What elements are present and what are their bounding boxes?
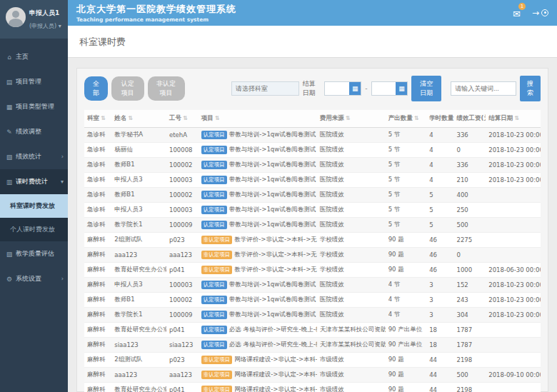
sidebar-item-performance-stats[interactable]: ▧ 绩效统计 › [0, 144, 68, 169]
chart-icon: ▧ [6, 154, 13, 161]
cell-project: 认定项目带教与培训->1qw试卷阅卷测试 [199, 188, 317, 203]
cell-name: 申报人员3 [111, 173, 166, 188]
date-from-input[interactable]: ▦ [324, 81, 361, 96]
filter-uncertified-button[interactable]: 非认定项目 [148, 76, 185, 101]
cell-project: 非认定项目网络课程建设->非认定->本科->学员 [199, 368, 317, 383]
cell-settle-date [486, 218, 541, 233]
table-row: 急诊科教学秘书AetehA认定项目带教与培训->1qw试卷阅卷测试医院绩效5 节… [84, 128, 541, 143]
calendar-icon[interactable]: ▦ [396, 82, 407, 95]
cell-salary: 1787 [454, 338, 486, 353]
cell-project: 认定项目带教与培训->1qw试卷阅卷测试 [199, 308, 317, 323]
project-status-badge: 非认定项目 [201, 236, 233, 244]
cell-output-qty: 90 题 [386, 263, 427, 278]
sidebar-item-project-type[interactable]: ▦ 项目类型管理 [0, 94, 68, 119]
cell-output-qty: 5 节 [386, 188, 427, 203]
cell-employee-id: 100003 [166, 278, 199, 293]
messages-button[interactable]: ✉ 1 [513, 6, 521, 20]
cell-fee-source: 医院绩效 [317, 308, 386, 323]
app-subtitle: Teaching performance management system [76, 16, 236, 23]
cell-name: aaa123 [111, 248, 166, 263]
logout-button[interactable]: → [532, 8, 548, 18]
clear-date-button[interactable]: 清空日期 [411, 76, 441, 101]
cell-name: siaa123 [111, 338, 166, 353]
cell-employee-id: 100003 [166, 203, 199, 218]
cell-fee-source: 天津市某某科技公司资助项目 [317, 323, 386, 338]
sidebar-item-system-settings[interactable]: ⚙ 系统设置 › [0, 266, 68, 291]
cell-employee-id: p023 [166, 233, 199, 248]
home-icon: ⌂ [6, 54, 13, 61]
cell-hours-qty: 5 [426, 218, 453, 233]
user-role-dropdown[interactable]: (申报人员) ▾ [29, 22, 61, 30]
cell-employee-id: 100008 [166, 143, 199, 158]
sort-icon[interactable]: ⇅ [414, 115, 419, 121]
project-status-badge: 认定项目 [201, 311, 227, 319]
table-row: 麻醉科siaa123siaa123认定项目必选 考核与评价->研究生-晚上-教师… [84, 338, 541, 353]
cell-hours-qty: 46 [426, 233, 453, 248]
class-fee-submenu: 科室课时费发放 个人课时费发放 [0, 194, 68, 241]
cell-fee-source: 医院绩效 [317, 143, 386, 158]
cell-settle-date: 2018-10-23 00:00:00 [486, 293, 541, 308]
project-status-badge: 认定项目 [201, 161, 227, 169]
cell-salary: 2198 [454, 383, 486, 392]
sidebar-item-performance-adjust[interactable]: ✎ 绩效调整 [0, 119, 68, 144]
cell-settle-date: 2018-10-23 00:00:00 [486, 143, 541, 158]
cell-salary: 2275 [454, 233, 486, 248]
cell-name: 申报人员3 [111, 203, 166, 218]
table-row: 急诊科申报人员3100003认定项目带教与培训->1qw试卷阅卷测试医院绩效5 … [84, 173, 541, 188]
sidebar-subitem-personal-fee[interactable]: 个人课时费发放 [0, 218, 68, 241]
cell-settle-date [486, 383, 541, 392]
sidebar-item-class-fee-stats[interactable]: ▥ 课时费统计 ▾ [0, 169, 68, 194]
table-row: 麻醉科申报人员3100003认定项目带教与培训->1qw试卷阅卷测试医院绩效4 … [84, 278, 541, 293]
project-name: 教学评价->非认定->本科->无负责人 [234, 236, 317, 243]
cell-hours-qty: 18 [426, 323, 453, 338]
cell-settle-date: 2018-10-23 00:00:00 [486, 278, 541, 293]
project-name: 带教与培训->1qw试卷阅卷测试 [229, 146, 316, 153]
cell-salary: 152 [454, 278, 486, 293]
cell-employee-id: aaa123 [166, 248, 199, 263]
calendar-icon[interactable]: ▦ [349, 82, 361, 95]
cell-hours-qty: 18 [426, 338, 453, 353]
cell-name: 教学院长1 [111, 308, 166, 323]
cell-employee-id: 100002 [166, 188, 199, 203]
cell-salary: 243 [454, 293, 486, 308]
sidebar-subitem-department-fee[interactable]: 科室课时费发放 [0, 194, 68, 218]
cell-settle-date: 2018-10-23 00:00:00 [486, 128, 541, 143]
cell-output-qty: 5 节 [386, 128, 427, 143]
fee-table: 科室⇅ 姓名⇅ 工号⇅ 项目⇅ 费用来源⇅ 产出数量⇅ 学时数量⇅ 绩效工资(元… [84, 110, 541, 392]
project-status-badge: 认定项目 [201, 176, 227, 184]
sidebar-item-project-management[interactable]: ▤ 项目管理 [0, 69, 68, 94]
cell-output-qty: 5 节 [386, 218, 427, 233]
keyword-search-input[interactable] [451, 81, 516, 96]
sidebar-item-home[interactable]: ⌂ 主页 [0, 44, 68, 69]
sort-icon[interactable]: ⇅ [514, 115, 519, 121]
cell-name: 2组测试队 [111, 233, 166, 248]
filter-all-button[interactable]: 全部 [84, 76, 108, 101]
cell-settle-date: 2018-09-10 00:00:00 [486, 368, 541, 383]
sort-icon[interactable]: ⇅ [215, 115, 220, 121]
project-status-badge: 认定项目 [201, 206, 227, 214]
cell-fee-source: 医院绩效 [317, 278, 386, 293]
date-to-input[interactable]: ▦ [371, 81, 408, 96]
sort-icon[interactable]: ⇅ [346, 115, 351, 121]
sidebar-item-quality-evaluation[interactable]: ▨ 教学质量评估 [0, 241, 68, 266]
cell-project: 认定项目带教与培训->1qw试卷阅卷测试 [199, 203, 317, 218]
page-title: 科室课时费 [79, 36, 546, 49]
cell-hours-qty: 44 [426, 368, 453, 383]
cell-output-qty: 5 节 [386, 143, 427, 158]
filter-certified-button[interactable]: 认定项目 [111, 76, 144, 101]
sort-icon[interactable]: ⇅ [128, 115, 133, 121]
cell-output-qty: 90 题 [386, 383, 427, 392]
project-name: 教学评价->非认定->本科->无负责人 [234, 266, 317, 273]
sort-icon[interactable]: ⇅ [183, 115, 188, 121]
department-select-input[interactable] [231, 81, 299, 96]
search-button[interactable]: 搜索 [520, 76, 541, 101]
sort-icon[interactable]: ⇅ [101, 115, 106, 121]
cell-department: 麻醉科 [84, 383, 111, 392]
cell-output-qty: 4 节 [386, 278, 427, 293]
col-department: 科室⇅ [84, 110, 111, 128]
gear-icon: ⚙ [6, 276, 13, 283]
project-status-badge: 认定项目 [201, 221, 227, 229]
table-row: 急诊科教学院长1100009认定项目带教与培训->1qw试卷阅卷测试医院绩效5 … [84, 218, 541, 233]
cell-department: 急诊科 [84, 143, 111, 158]
cell-settle-date: 2018-10-23 00:00:00 [486, 173, 541, 188]
